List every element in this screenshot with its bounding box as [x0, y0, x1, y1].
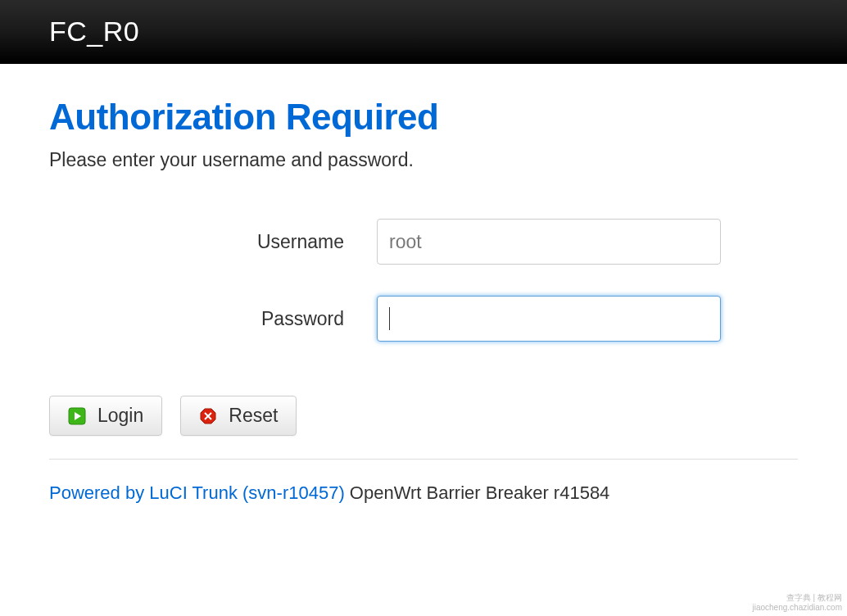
login-form: Username Password: [49, 219, 798, 342]
username-row: Username: [49, 219, 798, 265]
reset-button-label: Reset: [229, 405, 278, 427]
brand-title: FC_R0: [49, 16, 139, 48]
password-label: Password: [49, 308, 377, 330]
watermark-line2: jiaocheng.chazidian.com: [752, 603, 842, 613]
page-subtitle: Please enter your username and password.: [49, 149, 798, 171]
text-cursor: [389, 307, 390, 330]
password-input[interactable]: [377, 296, 721, 342]
page-title: Authorization Required: [49, 97, 798, 138]
watermark: 查字典 | 教程网 jiaocheng.chazidian.com: [752, 593, 842, 613]
username-input[interactable]: [377, 219, 721, 265]
divider: [49, 459, 798, 460]
button-row: Login Reset: [49, 396, 798, 436]
footer-text: OpenWrt Barrier Breaker r41584: [345, 482, 610, 503]
login-button[interactable]: Login: [49, 396, 162, 436]
play-icon: [68, 407, 86, 425]
login-button-label: Login: [97, 405, 143, 427]
reset-button[interactable]: Reset: [180, 396, 297, 436]
stop-icon: [199, 407, 217, 425]
header-bar: FC_R0: [0, 0, 847, 64]
footer-link[interactable]: Powered by LuCI Trunk (svn-r10457): [49, 482, 345, 503]
main-content: Authorization Required Please enter your…: [0, 64, 847, 504]
footer: Powered by LuCI Trunk (svn-r10457) OpenW…: [49, 482, 798, 504]
username-label: Username: [49, 231, 377, 253]
password-row: Password: [49, 296, 798, 342]
watermark-line1: 查字典 | 教程网: [752, 593, 842, 603]
